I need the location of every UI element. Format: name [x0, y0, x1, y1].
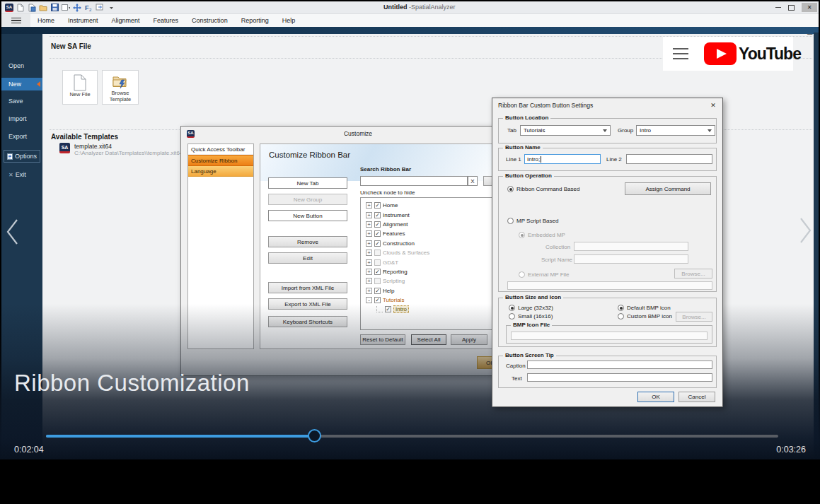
- close-button[interactable]: ✕: [802, 3, 817, 12]
- tree-node-construction[interactable]: Construction: [366, 239, 492, 248]
- settings-close-icon[interactable]: ✕: [708, 101, 718, 110]
- tab-help[interactable]: Help: [282, 17, 296, 24]
- template-list-item[interactable]: SA template.xit64 C:\Analyzer Data\Templ…: [59, 143, 183, 156]
- checkbox[interactable]: [374, 250, 381, 256]
- tree-node-clouds-surfaces[interactable]: Clouds & Surfaces: [366, 248, 492, 257]
- nav-language[interactable]: Language: [188, 166, 253, 177]
- import-xml-button[interactable]: Import from XML File: [268, 282, 347, 293]
- expander-icon[interactable]: [366, 278, 372, 284]
- sidebar-item-exit[interactable]: ✕ Exit: [1, 168, 42, 181]
- external-path-input[interactable]: [507, 281, 712, 290]
- previous-chevron[interactable]: [4, 218, 20, 249]
- tree-node-gdt[interactable]: GD&T: [366, 257, 492, 266]
- sidebar-item-save[interactable]: Save: [1, 95, 42, 107]
- collapse-icon[interactable]: [366, 297, 372, 303]
- open-file-icon[interactable]: [28, 4, 36, 12]
- tab-construction[interactable]: Construction: [192, 17, 228, 24]
- settings-cancel-button[interactable]: Cancel: [678, 392, 715, 402]
- new-file-button[interactable]: New File: [62, 70, 98, 105]
- tree-node-help[interactable]: Help: [366, 286, 492, 295]
- embedded-mp-radio[interactable]: [519, 232, 525, 238]
- assign-command-button[interactable]: Assign Command: [625, 182, 711, 195]
- select-all-button[interactable]: Select All: [411, 334, 446, 345]
- line2-input[interactable]: [626, 154, 712, 164]
- open-folder-icon[interactable]: [39, 4, 47, 12]
- tip-text-input[interactable]: [527, 373, 712, 382]
- sidebar-item-export[interactable]: Export: [1, 130, 42, 143]
- search-input[interactable]: [360, 176, 468, 186]
- tab-alignment[interactable]: Alignment: [112, 17, 140, 24]
- f2-rename-icon[interactable]: F2: [84, 4, 93, 12]
- checkbox[interactable]: [374, 269, 381, 275]
- sidebar-item-import[interactable]: Import: [1, 112, 42, 125]
- sidebar-item-new[interactable]: New: [1, 78, 42, 90]
- qat-caret-icon[interactable]: [107, 4, 115, 12]
- box-caret-icon[interactable]: [62, 4, 70, 12]
- checkbox[interactable]: [374, 297, 381, 303]
- settings-ok-button[interactable]: OK: [637, 392, 674, 402]
- edit-button[interactable]: Edit: [268, 252, 347, 264]
- small-size-radio[interactable]: [509, 313, 515, 320]
- external-browse-button[interactable]: Browse...: [674, 269, 712, 279]
- maximize-button[interactable]: [788, 5, 795, 11]
- export-xml-button[interactable]: Export to XML File: [268, 298, 347, 310]
- expander-icon[interactable]: [366, 288, 372, 294]
- checkbox[interactable]: [374, 221, 381, 228]
- checkbox[interactable]: [374, 288, 381, 294]
- apply-button[interactable]: Apply: [451, 334, 487, 345]
- large-size-radio[interactable]: [509, 305, 515, 311]
- progress-handle[interactable]: [308, 429, 321, 443]
- caption-input[interactable]: [527, 361, 712, 369]
- progress-bar[interactable]: [46, 435, 778, 438]
- tree-node-features[interactable]: Features: [366, 229, 492, 238]
- new-group-button[interactable]: New Group: [268, 194, 347, 205]
- reset-to-default-button[interactable]: Reset to Default: [360, 334, 405, 345]
- expander-icon[interactable]: [366, 202, 372, 209]
- tab-dropdown[interactable]: Tutorials: [520, 125, 611, 136]
- nav-customize-ribbon[interactable]: Customize Ribbon: [188, 155, 253, 166]
- tree-node-scripting[interactable]: Scripting: [366, 276, 492, 286]
- checkbox[interactable]: [374, 240, 381, 247]
- tab-features[interactable]: Features: [154, 17, 179, 24]
- new-tab-button[interactable]: New Tab: [268, 177, 347, 189]
- expander-icon[interactable]: [366, 250, 372, 256]
- search-clear-button[interactable]: X: [468, 176, 478, 186]
- default-bmp-radio[interactable]: [618, 305, 624, 311]
- nav-quick-access-toolbar[interactable]: Quick Access Toolbar: [188, 144, 253, 155]
- checkbox[interactable]: [374, 259, 381, 266]
- group-dropdown[interactable]: Intro: [636, 125, 715, 136]
- expander-icon[interactable]: [366, 212, 372, 218]
- tree-node-home[interactable]: Home: [366, 201, 492, 210]
- checkbox[interactable]: [374, 202, 381, 209]
- mp-script-radio[interactable]: [507, 218, 514, 224]
- tree-node-reporting[interactable]: Reporting: [366, 267, 492, 276]
- collection-input[interactable]: [574, 242, 688, 251]
- keyboard-shortcuts-button[interactable]: Keyboard Shortcuts: [268, 316, 347, 327]
- sidebar-item-options[interactable]: Options: [4, 150, 40, 163]
- next-chevron[interactable]: [798, 216, 814, 247]
- tree-node-intro[interactable]: Intro: [366, 305, 492, 314]
- sidebar-item-open[interactable]: Open: [1, 59, 42, 72]
- youtube-logo[interactable]: YouTube: [704, 42, 801, 65]
- tree-node-alignment[interactable]: Alignment: [366, 220, 492, 229]
- ribbon-command-radio[interactable]: [507, 186, 514, 192]
- expander-icon[interactable]: [366, 240, 372, 247]
- tab-instrument[interactable]: Instrument: [68, 17, 98, 24]
- tree-node-tutorials[interactable]: Tutorials: [366, 295, 492, 305]
- checkbox[interactable]: [385, 306, 391, 312]
- line1-input[interactable]: Intro;: [524, 154, 601, 164]
- youtube-menu-icon[interactable]: [673, 48, 688, 60]
- new-button-button[interactable]: New Button: [268, 210, 347, 221]
- window-export-icon[interactable]: [96, 4, 104, 12]
- bmp-icon-file-input[interactable]: [511, 332, 708, 340]
- remove-button[interactable]: Remove: [268, 236, 347, 247]
- expander-icon[interactable]: [366, 221, 372, 228]
- expander-icon[interactable]: [366, 230, 372, 237]
- script-name-input[interactable]: [574, 254, 688, 264]
- bmp-browse-button[interactable]: Browse...: [676, 312, 712, 322]
- external-mp-radio[interactable]: [519, 271, 525, 278]
- browse-template-button[interactable]: Browse Template: [102, 70, 139, 105]
- checkbox[interactable]: [374, 230, 381, 237]
- checkbox[interactable]: [374, 212, 381, 218]
- tree-node-instrument[interactable]: Instrument: [366, 210, 492, 219]
